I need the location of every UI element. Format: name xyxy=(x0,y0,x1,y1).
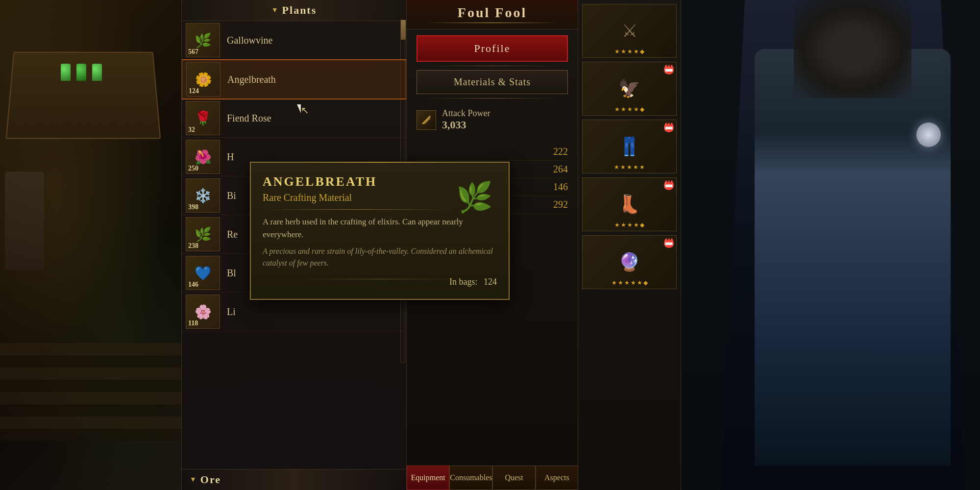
item-icon-box: 🌺 250 xyxy=(186,140,220,174)
ore-section-header[interactable]: ▼ Ore xyxy=(182,469,406,490)
angelbreath-icon: 🌼 xyxy=(195,72,212,88)
tooltip-bags-label: In bags: xyxy=(449,277,478,287)
bottom-tabs: Equipment Consumables Quest Aspects xyxy=(407,466,578,490)
profile-button[interactable]: Profile xyxy=(416,35,568,62)
tooltip-bottom-decoration xyxy=(302,279,457,279)
tab-consumables[interactable]: Consumables xyxy=(449,466,492,490)
equip-badge: 📛 xyxy=(663,122,674,133)
list-item[interactable]: 🌿 567 Gallowvine xyxy=(182,21,406,60)
herb8-icon: 🌸 xyxy=(195,304,212,320)
star-rating: ★ ★ ★ ★ ◆ xyxy=(614,48,644,55)
ore-collapse-arrow[interactable]: ▼ xyxy=(190,476,196,484)
equip-slot[interactable]: 📛 🦅 ★ ★ ★ ★ ◆ xyxy=(582,62,677,116)
herb4-icon: 🌺 xyxy=(195,149,212,165)
weapon-icon: ⚔ xyxy=(622,21,637,41)
orb-icon: 🔮 xyxy=(618,252,640,272)
decorative-line-top xyxy=(424,23,561,23)
svg-line-0 xyxy=(422,116,430,124)
equip-slot[interactable]: 📛 👖 ★ ★ ★ ★ ★ xyxy=(582,120,677,173)
ore-section-title: Ore xyxy=(200,473,221,486)
stat-divider-2 xyxy=(424,98,561,98)
tooltip-bags-value: 124 xyxy=(484,277,497,287)
fiend-rose-count: 32 xyxy=(188,126,195,134)
plants-section-title: Plants xyxy=(282,4,317,17)
tab-equipment-label: Equipment xyxy=(411,473,445,482)
equip-badge-2: 📛 xyxy=(663,238,674,248)
fiend-rose-icon: 🌹 xyxy=(195,110,212,126)
equip-badge: 📛 xyxy=(663,64,674,75)
equipment-panel: ⚔ ★ ★ ★ ★ ◆ 📛 🦅 ★ ★ ★ ★ ◆ 📛 👖 ★ ★ ★ ★ ★ xyxy=(578,0,681,490)
angelbreath-count: 124 xyxy=(189,87,199,95)
pants-icon: 👖 xyxy=(618,136,640,157)
fiend-rose-name: Fiend Rose xyxy=(220,113,402,124)
herb4-count: 250 xyxy=(188,165,198,172)
gallowvine-icon: 🌿 xyxy=(195,32,212,49)
tooltip-lore: A precious and rare strain of lily-of-th… xyxy=(263,245,497,269)
tab-consumables-label: Consumables xyxy=(450,473,492,482)
game-background xyxy=(0,0,186,490)
herb5-count: 398 xyxy=(188,203,198,211)
tooltip-top-decoration xyxy=(302,162,457,163)
boots-icon: 👢 xyxy=(618,194,640,215)
bird-icon: 🦅 xyxy=(618,78,640,99)
herb4-name: H xyxy=(220,151,402,163)
herb6-count: 238 xyxy=(188,242,198,250)
tab-aspects-label: Aspects xyxy=(544,473,569,482)
equip-slot[interactable]: 📛 👢 ★ ★ ★ ★ ◆ xyxy=(582,177,677,231)
plants-section-header[interactable]: ▼ Plants xyxy=(182,0,406,21)
item-icon-box: 🌿 567 xyxy=(186,23,220,57)
attack-power-value: 3,033 xyxy=(442,119,490,131)
attack-power-label: Attack Power xyxy=(442,108,490,119)
char-art-panel xyxy=(681,0,980,490)
scene-stairs xyxy=(0,343,186,441)
list-item[interactable]: 🌼 124 Angelbreath xyxy=(182,60,406,99)
attack-power-row: Attack Power 3,033 xyxy=(416,108,568,131)
char-header: Foul Fool xyxy=(407,0,578,29)
list-item[interactable]: 🌹 32 Fiend Rose xyxy=(182,99,406,138)
herb7-icon: 💙 xyxy=(195,265,212,281)
item-icon-box: 💙 146 xyxy=(186,256,220,290)
tooltip-item-art: 🌿 xyxy=(450,168,499,226)
char-robe xyxy=(755,49,951,466)
star-rating: ★ ★ ★ ★ ★ xyxy=(614,164,645,171)
char-name: Foul Fool xyxy=(407,5,578,21)
tab-quest[interactable]: Quest xyxy=(492,466,535,490)
equip-badge: 📛 xyxy=(663,180,674,191)
tooltip-divider xyxy=(263,209,450,210)
gallowvine-name: Gallowvine xyxy=(220,35,402,46)
herb6-icon: 🌿 xyxy=(195,226,212,243)
stat-divider xyxy=(424,66,561,66)
char-orb xyxy=(916,122,941,147)
tab-quest-label: Quest xyxy=(505,473,523,482)
gallowvine-count: 567 xyxy=(188,48,198,56)
star-rating: ★ ★ ★ ★ ★ ◆ xyxy=(612,279,648,287)
tab-equipment[interactable]: Equipment xyxy=(407,466,449,490)
plants-collapse-arrow[interactable]: ▼ xyxy=(271,6,278,14)
materials-stats-button[interactable]: Materials & Stats xyxy=(416,70,568,94)
item-icon-box: 🌿 238 xyxy=(186,217,220,251)
herb7-count: 146 xyxy=(188,281,198,289)
attack-icon xyxy=(416,110,436,130)
herb8-name: Li xyxy=(220,306,402,318)
scene-figure xyxy=(5,172,44,270)
herb8-count: 118 xyxy=(188,319,198,327)
star-rating: ★ ★ ★ ★ ◆ xyxy=(614,221,644,229)
item-icon-box: 🌹 32 xyxy=(186,101,220,135)
stat-value: 222 xyxy=(416,143,568,161)
tab-aspects[interactable]: Aspects xyxy=(536,466,578,490)
attack-power-section: Attack Power 3,033 xyxy=(407,100,578,139)
equip-slot[interactable]: ↕ 📛 🔮 ★ ★ ★ ★ ★ ◆ xyxy=(582,235,677,289)
char-hood xyxy=(794,0,911,98)
equip-slot[interactable]: ⚔ ★ ★ ★ ★ ◆ xyxy=(582,4,677,58)
item-tooltip: 🌿 ANGELBREATH Rare Crafting Material A r… xyxy=(250,162,510,300)
angelbreath-name: Angelbreath xyxy=(220,74,402,85)
herb5-icon: ❄️ xyxy=(195,188,212,204)
scene-bottles xyxy=(59,64,104,83)
item-icon-box: 🌼 124 xyxy=(186,62,220,97)
item-icon-box: 🌸 118 xyxy=(186,294,220,329)
item-icon-box: ❄️ 398 xyxy=(186,178,220,213)
star-rating: ★ ★ ★ ★ ◆ xyxy=(614,106,644,113)
